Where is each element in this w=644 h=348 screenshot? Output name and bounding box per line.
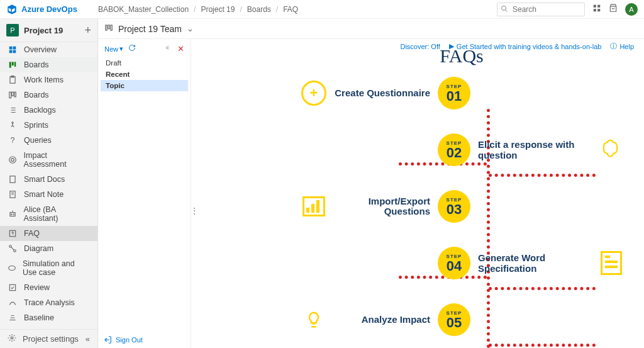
project-name: Project 19 [24, 26, 84, 35]
panel-resize-handle[interactable]: ⋮ [191, 203, 197, 219]
svg-rect-3 [594, 9, 596, 11]
sidebar-item-smart-docs[interactable]: Smart Docs [0, 172, 97, 187]
tree-item-recent[interactable]: Recent [101, 69, 188, 80]
list-icon [8, 106, 18, 115]
breadcrumb-item[interactable]: Boards [247, 5, 271, 14]
sidebar-item-queries[interactable]: ?Queries [0, 133, 97, 148]
breadcrumb-item[interactable]: FAQ [283, 5, 298, 14]
search-input[interactable] [497, 3, 585, 16]
caret-down-icon: ▾ [119, 45, 123, 53]
faq-canvas: Discover: Off ▶Get Started with training… [191, 39, 644, 348]
sidebar-item-label: Queries [24, 136, 52, 145]
sidebar-item-label: Simulation and Use case [23, 259, 90, 277]
sidebar-item-boards-parent[interactable]: Boards [0, 57, 97, 72]
sidebar-item-label: Boards [24, 91, 49, 99]
doc-icon [8, 175, 18, 184]
step-label: Create Questionnaire [330, 88, 430, 99]
chevron-down-icon[interactable]: ⌄ [187, 24, 194, 33]
svg-rect-9 [9, 62, 11, 67]
sidebar-item-label: Review [24, 283, 50, 292]
team-name[interactable]: Project 19 Team [118, 24, 182, 34]
sign-out-link[interactable]: Sign Out [103, 335, 143, 344]
faq-title: FAQs [298, 45, 625, 67]
svg-point-0 [502, 6, 506, 10]
usecase-icon [8, 264, 16, 272]
search-icon [501, 5, 508, 14]
sidebar: P Project 19 + Overview Boards Work Item… [0, 19, 98, 348]
grid-icon [8, 45, 18, 54]
svg-rect-8 [13, 50, 16, 53]
tree-item-draft[interactable]: Draft [101, 57, 188, 69]
robot-icon [8, 210, 18, 218]
refresh-icon[interactable] [128, 44, 136, 53]
svg-rect-15 [12, 92, 14, 96]
sidebar-item-label: Smart Note [24, 190, 64, 199]
sidebar-item-trace[interactable]: Trace Analysis [0, 295, 97, 310]
sidebar-item-label: Baseline [24, 313, 54, 322]
sidebar-item-simulation[interactable]: Simulation and Use case [0, 256, 97, 280]
check-icon [8, 283, 18, 292]
svg-point-31 [11, 337, 13, 339]
sidebar-item-diagram[interactable]: Diagram [0, 241, 97, 256]
sidebar-item-review[interactable]: Review [0, 280, 97, 295]
step-badge: STEP04 [438, 247, 470, 279]
sidebar-item-label: Boards [24, 60, 49, 69]
breadcrumb-item[interactable]: Project 19 [201, 5, 235, 14]
sidebar-item-label: Work Items [24, 76, 64, 84]
svg-point-17 [12, 122, 13, 123]
svg-rect-1 [594, 5, 596, 8]
project-settings-label: Project settings [23, 334, 79, 344]
grid-view-icon[interactable] [592, 4, 601, 14]
sidebar-item-label: Diagram [24, 244, 53, 253]
step-badge: STEP02 [438, 133, 470, 166]
tree-item-topic[interactable]: Topic [101, 80, 188, 91]
step-label: Generate Word Specification [478, 252, 597, 274]
svg-rect-20 [10, 176, 15, 183]
sidebar-item-impact[interactable]: Impact Assessment [0, 148, 97, 172]
sidebar-item-backlogs[interactable]: Backlogs [0, 103, 97, 118]
close-icon[interactable]: ✕ [177, 44, 184, 53]
user-avatar[interactable]: A [625, 3, 638, 16]
sidebar-item-overview[interactable]: Overview [0, 42, 97, 57]
project-badge: P [6, 24, 19, 36]
svg-point-24 [13, 214, 14, 215]
run-icon [8, 121, 18, 130]
breadcrumb-item[interactable]: BABOK_Master_Collection [98, 5, 189, 14]
project-header[interactable]: P Project 19 + [0, 19, 97, 42]
target-icon [8, 155, 18, 164]
collapse-icon[interactable]: « [86, 334, 90, 344]
sidebar-nav: Overview Boards Work Items Boards Backlo… [0, 42, 97, 329]
sidebar-item-alice[interactable]: Alice (BA Assistant) [0, 202, 97, 226]
team-bar: Project 19 Team ⌄ [98, 19, 644, 39]
sidebar-item-label: Alice (BA Assistant) [24, 205, 90, 223]
shopping-bag-icon[interactable] [609, 4, 618, 14]
sidebar-item-label: Overview [24, 45, 57, 54]
svg-point-19 [11, 159, 14, 162]
clipboard-icon [8, 76, 18, 84]
question-icon: ? [8, 136, 18, 145]
sidebar-footer[interactable]: Project settings « [0, 329, 97, 348]
sidebar-item-boards[interactable]: Boards [0, 87, 97, 103]
svg-rect-16 [14, 92, 16, 97]
svg-rect-14 [9, 92, 11, 98]
sidebar-item-baseline[interactable]: Baseline [0, 310, 97, 325]
svg-rect-2 [597, 5, 600, 8]
new-dropdown[interactable]: New▾ [104, 45, 123, 53]
plus-circle-icon: + [301, 81, 326, 106]
columns-icon [8, 91, 18, 99]
note-icon [8, 190, 18, 199]
baseline-icon [8, 313, 18, 322]
svg-rect-4 [597, 9, 600, 11]
sidebar-item-smart-note[interactable]: Smart Note [0, 187, 97, 202]
sidebar-item-sprints[interactable]: Sprints [0, 118, 97, 133]
mute-icon[interactable] [165, 44, 172, 53]
lightbulb-icon [298, 308, 330, 331]
sidebar-item-faq[interactable]: FAQ [0, 226, 97, 241]
add-project-icon[interactable]: + [84, 25, 91, 36]
sidebar-item-work-items[interactable]: Work Items [0, 72, 97, 87]
azure-devops-logo-icon [6, 4, 18, 15]
svg-rect-34 [111, 25, 112, 30]
board-icon [8, 60, 18, 69]
brand-name: Azure DevOps [21, 4, 77, 14]
svg-rect-11 [14, 62, 16, 67]
